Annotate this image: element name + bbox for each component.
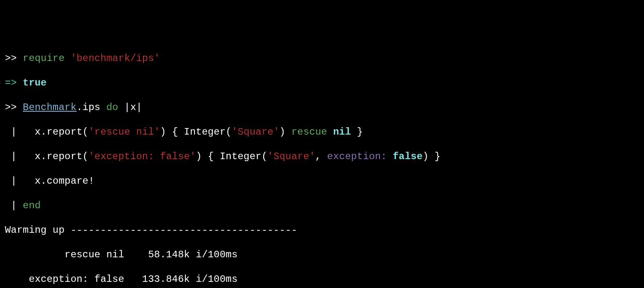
irb-line-7: | end	[5, 200, 639, 212]
continuation-bar: |	[5, 126, 35, 137]
irb-line-5: | x.report('exception: false') { Integer…	[5, 151, 639, 163]
constant-benchmark: Benchmark	[23, 102, 76, 113]
keyword-nil: nil	[333, 126, 351, 137]
irb-prompt: >>	[5, 53, 23, 64]
string-literal: 'Square'	[232, 126, 280, 137]
constant-integer: Integer	[184, 126, 226, 137]
continuation-bar: |	[5, 176, 35, 187]
irb-line-2: => true	[5, 77, 639, 89]
keyword-false: false	[393, 151, 423, 162]
irb-line-4: | x.report('rescue nil') { Integer('Squa…	[5, 126, 639, 138]
string-literal: 'rescue nil'	[88, 126, 160, 137]
output-warmup-row: rescue nil 58.148k i/100ms	[5, 249, 639, 261]
string-literal: 'Square'	[268, 151, 315, 162]
irb-line-6: | x.compare!	[5, 175, 639, 187]
irb-prompt: >>	[5, 102, 23, 113]
result-arrow: =>	[5, 77, 23, 88]
continuation-bar: |	[5, 200, 23, 211]
output-warmup-header: Warming up -----------------------------…	[5, 224, 639, 236]
keyword-do: do	[106, 102, 118, 113]
value-true: true	[23, 77, 47, 88]
string-literal: 'exception: false'	[88, 151, 196, 162]
constant-integer: Integer	[220, 151, 262, 162]
continuation-bar: |	[5, 151, 35, 162]
output-warmup-row: exception: false 133.846k i/100ms	[5, 273, 639, 286]
keyword-rescue: rescue	[291, 126, 327, 137]
keyword-require: require	[23, 53, 65, 64]
irb-line-1: >> require 'benchmark/ips'	[5, 52, 639, 65]
symbol-exception: exception:	[327, 151, 387, 162]
irb-line-3: >> Benchmark.ips do |x|	[5, 101, 639, 114]
keyword-end: end	[23, 200, 41, 211]
string-literal: 'benchmark/ips'	[71, 53, 160, 64]
